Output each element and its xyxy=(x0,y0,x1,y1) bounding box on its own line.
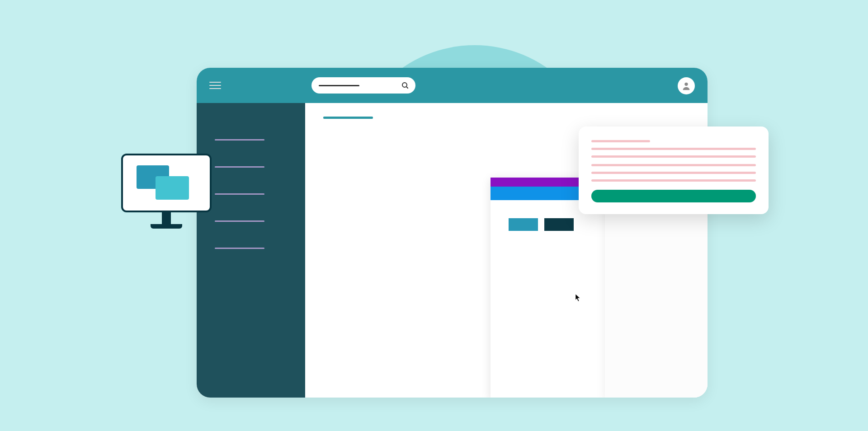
error-popup xyxy=(579,126,769,214)
hamburger-menu-icon[interactable] xyxy=(209,82,221,89)
search-input[interactable] xyxy=(311,77,415,94)
user-icon xyxy=(681,81,691,91)
mobile-decline-button[interactable] xyxy=(544,218,574,231)
placeholder-line xyxy=(591,155,756,158)
svg-line-1 xyxy=(406,87,408,89)
topbar xyxy=(197,68,708,103)
placeholder-line xyxy=(591,164,756,166)
sidebar-item[interactable] xyxy=(197,248,305,275)
monitor-illustration xyxy=(121,154,212,230)
sidebar-item[interactable] xyxy=(197,220,305,248)
sidebar-item[interactable] xyxy=(197,193,305,220)
svg-point-2 xyxy=(684,83,688,86)
mobile-buttons xyxy=(509,218,597,231)
search-placeholder-line xyxy=(319,85,359,86)
placeholder-line xyxy=(591,172,756,174)
placeholder-line xyxy=(591,179,756,182)
sidebar xyxy=(197,103,305,398)
mobile-accept-button[interactable] xyxy=(509,218,538,231)
placeholder-line xyxy=(591,148,756,150)
svg-point-0 xyxy=(402,83,407,87)
monitor-screen-icon xyxy=(121,154,212,212)
avatar[interactable] xyxy=(678,77,695,94)
app-window xyxy=(197,68,708,398)
heal-button[interactable] xyxy=(591,190,756,202)
page-heading xyxy=(323,117,373,119)
placeholder-line xyxy=(591,140,650,142)
sidebar-item[interactable] xyxy=(197,139,305,166)
search-icon xyxy=(402,82,408,89)
sidebar-item[interactable] xyxy=(197,166,305,193)
